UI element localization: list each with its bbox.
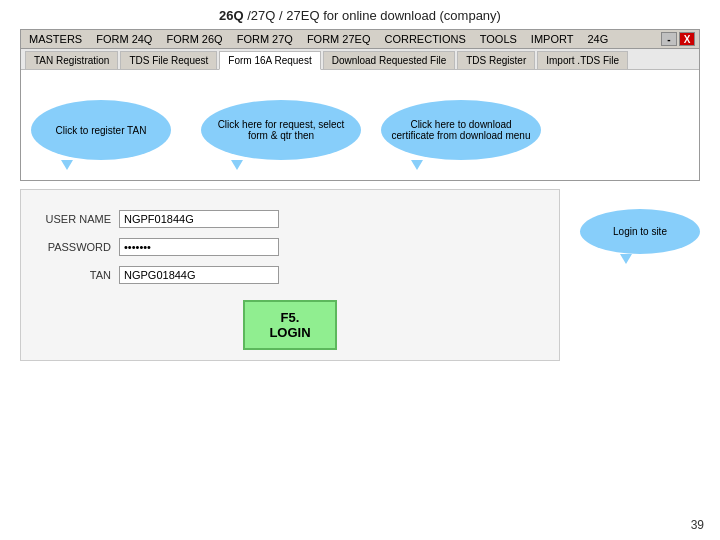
- bottom-section: USER NAME PASSWORD TAN F5. LOGIN Login t…: [20, 189, 700, 361]
- tab-form16a-request[interactable]: Form 16A Request: [219, 51, 320, 70]
- menu-bar: MASTERS FORM 24Q FORM 26Q FORM 27Q FORM …: [21, 30, 699, 49]
- login-button[interactable]: F5. LOGIN: [243, 300, 336, 350]
- menu-24g[interactable]: 24G: [583, 32, 612, 46]
- menu-corrections[interactable]: CORRECTIONS: [380, 32, 469, 46]
- tan-label: TAN: [31, 269, 111, 281]
- tan-input[interactable]: [119, 266, 279, 284]
- title-27q: /27Q: [247, 8, 275, 23]
- bubble-register-tan-text: Click to register TAN: [56, 125, 147, 136]
- minimize-button[interactable]: -: [661, 32, 677, 46]
- tab-bar: TAN Registration TDS File Request Form 1…: [21, 49, 699, 70]
- page-title: 26Q /27Q / 27EQ for online download (com…: [0, 0, 720, 29]
- username-label: USER NAME: [31, 213, 111, 225]
- menu-form26q[interactable]: FORM 26Q: [162, 32, 226, 46]
- menu-import[interactable]: IMPORT: [527, 32, 578, 46]
- close-button[interactable]: X: [679, 32, 695, 46]
- menu-items-container: MASTERS FORM 24Q FORM 26Q FORM 27Q FORM …: [25, 32, 661, 46]
- page-number: 39: [691, 518, 704, 532]
- title-27eq: / 27EQ: [279, 8, 319, 23]
- bubble-request-form-text: Click here for request, select form & qt…: [209, 119, 353, 141]
- tan-row: TAN: [31, 266, 549, 284]
- app-window: MASTERS FORM 24Q FORM 26Q FORM 27Q FORM …: [20, 29, 700, 181]
- password-input[interactable]: [119, 238, 279, 256]
- username-input[interactable]: [119, 210, 279, 228]
- menu-form27q[interactable]: FORM 27Q: [233, 32, 297, 46]
- login-site-bubble[interactable]: Login to site: [580, 209, 700, 254]
- login-btn-area: F5. LOGIN: [31, 300, 549, 350]
- login-bubble-area: Login to site: [580, 189, 700, 254]
- username-row: USER NAME: [31, 210, 549, 228]
- login-site-bubble-text: Login to site: [613, 226, 667, 237]
- tab-import-tds[interactable]: Import .TDS File: [537, 51, 628, 69]
- title-26q: 26Q: [219, 8, 244, 23]
- bubble-download-cert[interactable]: Click here to download certificate from …: [381, 100, 541, 160]
- login-form-area: USER NAME PASSWORD TAN F5. LOGIN: [20, 189, 560, 361]
- login-btn-line2: LOGIN: [269, 325, 310, 340]
- bubble-download-cert-text: Click here to download certificate from …: [389, 119, 533, 141]
- menu-form24q[interactable]: FORM 24Q: [92, 32, 156, 46]
- tab-tds-register[interactable]: TDS Register: [457, 51, 535, 69]
- window-controls: - X: [661, 32, 695, 46]
- bubble-request-form[interactable]: Click here for request, select form & qt…: [201, 100, 361, 160]
- password-label: PASSWORD: [31, 241, 111, 253]
- bubble-register-tan[interactable]: Click to register TAN: [31, 100, 171, 160]
- tab-download-requested[interactable]: Download Requested File: [323, 51, 456, 69]
- password-row: PASSWORD: [31, 238, 549, 256]
- login-btn-line1: F5.: [281, 310, 300, 325]
- menu-form27eq[interactable]: FORM 27EQ: [303, 32, 375, 46]
- menu-tools[interactable]: TOOLS: [476, 32, 521, 46]
- tab-tds-file-request[interactable]: TDS File Request: [120, 51, 217, 69]
- content-area: Click to register TAN Click here for req…: [21, 70, 699, 180]
- tab-tan-registration[interactable]: TAN Registration: [25, 51, 118, 69]
- title-rest: for online download (company): [323, 8, 501, 23]
- menu-masters[interactable]: MASTERS: [25, 32, 86, 46]
